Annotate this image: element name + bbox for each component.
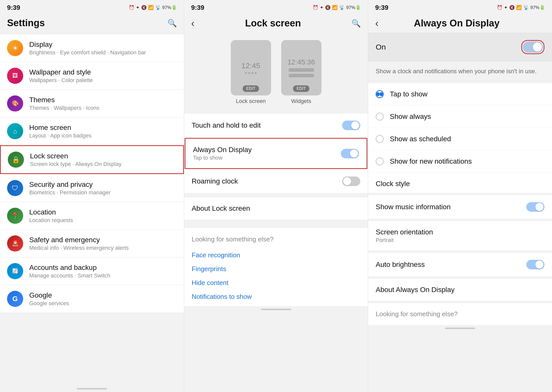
homescreen-title: Home screen [29,124,177,132]
brightness-toggle[interactable] [526,260,544,269]
status-time-1: 9:39 [7,4,20,12]
display-title: Display [29,41,177,49]
radio-show-notifications[interactable]: Show for new notifications [368,150,552,173]
dot-2 [248,72,250,74]
show-music-row[interactable]: Show music information [368,195,552,219]
aod-main-toggle-row[interactable]: On [368,32,552,62]
radio-show-always[interactable]: Show always [368,105,552,128]
link-fingerprints[interactable]: Fingerprints [192,262,361,276]
safety-text: Safety and emergency Medical info · Wire… [29,236,177,251]
settings-list: ☀ Display Brightness · Eye comfort shiel… [0,32,184,385]
radio-scheduled-label: Show as scheduled [390,135,451,143]
aod-header: ‹ Always On Display [368,14,552,32]
preview-widget-bar1 [289,68,314,72]
safety-subtitle: Medical info · Wireless emergency alerts [29,245,177,251]
safety-icon: 🚨 [7,235,23,252]
roaming-toggle[interactable] [342,176,360,186]
wifi-icon-2: 📶 [332,5,338,10]
row-touch-hold[interactable]: Touch and hold to edit [184,114,368,137]
link-face-recognition[interactable]: Face recognition [192,248,361,262]
touch-hold-title: Touch and hold to edit [192,121,261,129]
settings-header: Settings 🔍 [0,14,184,32]
settings-item-lockscreen[interactable]: 🔒 Lock screen Screen lock type · Always … [0,145,184,174]
alarm-icon-3: ⏰ [497,5,502,10]
row-always-on-display[interactable]: Always On Display Tap to show [185,138,368,169]
themes-text: Themes Themes · Wallpapers · Icons [29,96,177,111]
search-icon-2[interactable]: 🔍 [351,19,361,28]
row-about-lockscreen[interactable]: About Lock screen [184,197,368,220]
link-notifications[interactable]: Notifications to show [192,290,361,304]
settings-item-wallpaper[interactable]: 🖼 Wallpaper and style Wallpapers · Color… [0,62,184,89]
radio-tap-circle [376,90,384,98]
settings-item-themes[interactable]: 🎨 Themes Themes · Wallpapers · Icons [0,90,184,117]
music-text: Show music information [376,203,450,211]
bluetooth-icon: ✦ [136,5,140,10]
radio-group: Tap to show Show always Show as schedule… [368,83,552,173]
status-time-3: 9:39 [375,4,388,12]
status-icons-3: ⏰ ✦ 🔇 📶 📡 97%🔋 [497,5,545,10]
about-lock-text: About Lock screen [192,204,250,212]
location-text: Location Location requests [29,208,177,224]
security-title: Security and privacy [29,181,177,189]
aod-header-title: Always On Display [414,18,500,29]
preview-widget-bar2 [289,74,314,77]
link-hide-content[interactable]: Hide content [192,276,361,290]
status-bar-1: 9:39 ⏰ ✦ 🔇 📶 📡 97%🔋 [0,0,184,14]
battery-icon-3: 97%🔋 [530,5,545,10]
settings-item-homescreen[interactable]: ⌂ Home screen Layout · App icon badges [0,118,184,145]
accounts-icon: 🔄 [7,263,23,279]
music-toggle[interactable] [526,202,544,212]
divider-3 [184,220,368,224]
preview-lockscreen[interactable]: 12:45 EDIT Lock screen [231,40,271,104]
brightness-text: Auto brightness [376,261,425,269]
preview-lock-edit[interactable]: EDIT [243,85,259,92]
preview-lock-time: 12:45 [241,61,260,70]
auto-brightness-row[interactable]: Auto brightness [368,253,552,277]
about-lock-title: About Lock screen [192,204,250,212]
aod-toggle-label: On [376,43,386,51]
radio-notif-circle [376,157,384,165]
settings-item-accounts[interactable]: 🔄 Accounts and backup Manage accounts · … [0,258,184,285]
wifi-icon: 📶 [148,5,154,10]
radio-scheduled-circle [376,135,384,143]
preview-lock-dots [245,72,257,74]
screen-orientation-row[interactable]: Screen orientation Portrait [368,221,552,251]
radio-show-scheduled[interactable]: Show as scheduled [368,128,552,150]
settings-item-security[interactable]: 🛡 Security and privacy Biometrics · Perm… [0,174,184,202]
about-aod-row[interactable]: About Always On Display [368,279,552,301]
preview-widget-edit[interactable]: EDIT [293,85,309,92]
location-title: Location [29,208,177,216]
back-button-2[interactable]: ‹ [191,18,194,29]
radio-tap-to-show[interactable]: Tap to show [368,83,552,105]
touch-hold-text: Touch and hold to edit [192,121,261,129]
aod-toggle[interactable] [341,149,359,158]
lockscreen-header-title: Lock screen [245,18,301,29]
back-button-3[interactable]: ‹ [375,18,378,29]
radio-always-circle [376,113,384,121]
homescreen-icon: ⌂ [7,123,23,139]
settings-item-display[interactable]: ☀ Display Brightness · Eye comfort shiel… [0,34,184,62]
clock-style-label: Clock style [376,180,410,188]
row-roaming-clock[interactable]: Roaming clock [184,169,368,193]
aod-row-title: Always On Display [193,146,252,154]
aod-looking-title: Looking for something else? [376,310,458,318]
lockscreen-text: Lock screen Screen lock type · Always On… [30,152,176,167]
wifi-icon-3: 📶 [516,5,522,10]
settings-item-safety[interactable]: 🚨 Safety and emergency Medical info · Wi… [0,230,184,257]
search-icon-1[interactable]: 🔍 [168,19,177,27]
orientation-value: Portrait [376,237,433,243]
accounts-subtitle: Manage accounts · Smart Switch [29,272,177,279]
status-time-2: 9:39 [191,4,204,12]
clock-style-row[interactable]: Clock style [368,173,552,193]
aod-panel: 9:39 ⏰ ✦ 🔇 📶 📡 97%🔋 ‹ Always On Display … [368,0,552,392]
settings-item-google[interactable]: G Google Google services [0,285,184,312]
settings-item-location[interactable]: 📍 Location Location requests [0,202,184,229]
display-text: Display Brightness · Eye comfort shield … [29,41,177,56]
touch-hold-toggle[interactable] [342,121,360,130]
aod-main-toggle[interactable] [523,42,543,53]
location-subtitle: Location requests [29,217,177,224]
lockscreen-icon: 🔒 [8,152,24,168]
wallpaper-text: Wallpaper and style Wallpapers · Color p… [29,68,177,84]
preview-widgets[interactable]: 12:45:36 EDIT Widgets [281,40,321,104]
preview-lockscreen-phone: 12:45 EDIT [231,40,271,95]
